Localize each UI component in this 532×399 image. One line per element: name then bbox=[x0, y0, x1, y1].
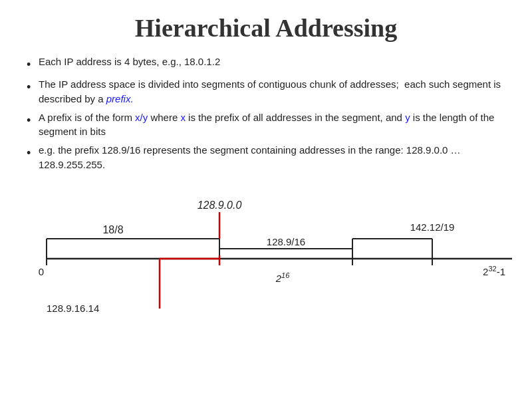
bullet-list: • Each IP address is 4 bytes, e.g., 18.0… bbox=[27, 55, 505, 172]
bullet-item-4: • e.g. the prefix 128.9/16 represents th… bbox=[27, 143, 505, 172]
slide: Hierarchical Addressing • Each IP addres… bbox=[0, 0, 532, 399]
bullet-dot-1: • bbox=[27, 56, 39, 73]
bullet-dot-4: • bbox=[27, 144, 39, 162]
label-128-9-0-0: 128.9.0.0 bbox=[198, 200, 242, 211]
label-2-32-1: 232-1 bbox=[483, 265, 505, 277]
bullet-item-3: • A prefix is of the form x/y where x is… bbox=[27, 110, 505, 140]
bullet-dot-3: • bbox=[27, 112, 39, 129]
bullet-text-3: A prefix is of the form x/y where x is t… bbox=[39, 110, 505, 140]
label-128-9-16-14: 128.9.16.14 bbox=[47, 303, 99, 314]
label-2-32-exp: 32 bbox=[488, 265, 496, 273]
label-142-12-19: 142.12/19 bbox=[410, 221, 455, 233]
bullet-item-2: • The IP address space is divided into s… bbox=[27, 77, 505, 106]
y-highlight: y bbox=[405, 112, 410, 123]
diagram: 18/8 128.9.0.0 128.9/16 142.12/19 bbox=[27, 179, 532, 325]
bullet-text-2: The IP address space is divided into seg… bbox=[39, 77, 505, 106]
label-128-9-16: 128.9/16 bbox=[267, 236, 305, 247]
xy-highlight: x/y bbox=[135, 112, 148, 123]
bullet-text-1: Each IP address is 4 bytes, e.g., 18.0.1… bbox=[39, 55, 220, 69]
label-18-8: 18/8 bbox=[102, 224, 123, 235]
page-title: Hierarchical Addressing bbox=[27, 13, 505, 43]
label-0: 0 bbox=[39, 266, 44, 277]
label-2-16-exp: 16 bbox=[281, 271, 290, 279]
bullet-item-1: • Each IP address is 4 bytes, e.g., 18.0… bbox=[27, 55, 505, 73]
x-highlight: x bbox=[180, 112, 186, 123]
prefix-italic: prefix. bbox=[106, 93, 134, 104]
bullet-text-4: e.g. the prefix 128.9/16 represents the … bbox=[39, 143, 505, 172]
label-2-16: 216 bbox=[275, 271, 290, 284]
diagram-svg: 18/8 128.9.0.0 128.9/16 142.12/19 bbox=[27, 179, 532, 325]
bullet-dot-2: • bbox=[27, 78, 39, 96]
